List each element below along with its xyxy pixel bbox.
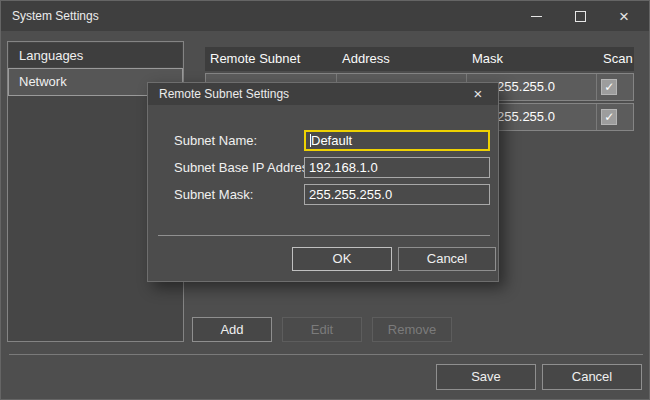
window-title: System Settings xyxy=(1,9,99,23)
save-button[interactable]: Save xyxy=(436,364,536,390)
dialog-cancel-button[interactable]: Cancel xyxy=(398,247,496,271)
scan-checkbox[interactable]: ✓ xyxy=(601,79,617,95)
cell-scan: ✓ xyxy=(597,104,633,130)
add-button[interactable]: Add xyxy=(192,317,272,342)
footer-separator xyxy=(9,354,643,355)
subnet-name-input[interactable]: Default xyxy=(304,130,490,151)
maximize-button[interactable] xyxy=(558,1,602,31)
column-header-scan[interactable]: Scan xyxy=(598,47,634,71)
subnet-mask-input[interactable]: 255.255.255.0 xyxy=(304,184,490,205)
column-header-mask[interactable]: Mask xyxy=(467,47,598,71)
sidebar-item-languages[interactable]: Languages xyxy=(8,42,183,68)
column-header-remote-subnet[interactable]: Remote Subnet xyxy=(205,47,337,71)
minimize-button[interactable] xyxy=(514,1,558,31)
minimize-icon xyxy=(531,16,542,17)
close-icon: × xyxy=(619,8,629,25)
dialog-close-icon: × xyxy=(474,85,483,102)
dialog-titlebar: Remote Subnet Settings × xyxy=(148,83,498,105)
subnet-base-ip-label: Subnet Base IP Address: xyxy=(174,157,318,179)
scan-checkbox[interactable]: ✓ xyxy=(601,109,617,125)
subnet-mask-label: Subnet Mask: xyxy=(174,184,254,206)
column-header-address[interactable]: Address xyxy=(337,47,467,71)
table-header: Remote Subnet Address Mask Scan xyxy=(205,47,634,71)
maximize-icon xyxy=(575,11,586,22)
close-button[interactable]: × xyxy=(602,1,646,31)
dialog-title: Remote Subnet Settings xyxy=(148,87,289,101)
ok-button[interactable]: OK xyxy=(292,247,392,271)
edit-button[interactable]: Edit xyxy=(282,317,362,342)
remove-button[interactable]: Remove xyxy=(372,317,452,342)
caption-buttons: × xyxy=(514,1,646,31)
dialog-separator xyxy=(158,235,490,236)
window-titlebar: System Settings × xyxy=(1,1,649,31)
footer-cancel-button[interactable]: Cancel xyxy=(542,364,642,390)
subnet-name-label: Subnet Name: xyxy=(174,130,257,152)
subnet-base-ip-input[interactable]: 192.168.1.0 xyxy=(304,157,490,178)
remote-subnet-settings-dialog: Remote Subnet Settings × Subnet Name: De… xyxy=(147,82,499,282)
system-settings-window: System Settings × Languages Network Remo… xyxy=(0,0,650,400)
cell-scan: ✓ xyxy=(597,74,633,100)
dialog-close-button[interactable]: × xyxy=(464,83,492,105)
